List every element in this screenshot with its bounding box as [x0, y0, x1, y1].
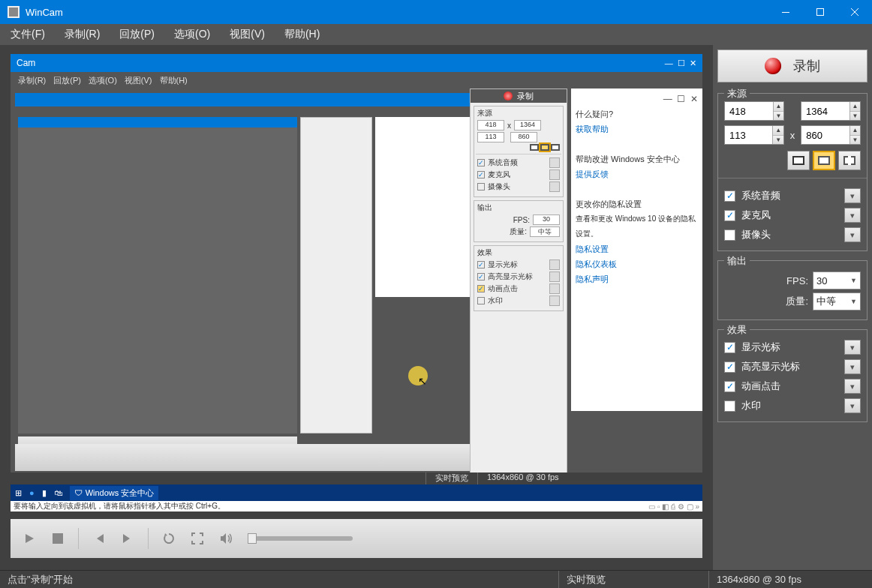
- minimize-button[interactable]: [768, 0, 803, 24]
- window-title: WinCam: [26, 7, 63, 18]
- fps-value: 30: [816, 275, 827, 286]
- preview-content[interactable]: Cam — ☐ ✕ 录制(R) 回放(P) 选项(O) 视图(V) 帮助(H): [11, 54, 702, 512]
- status-bar: 点击"录制"开始 实时预览 1364x860 @ 30 fps: [0, 570, 872, 588]
- pv-menu-view: 视图(V): [125, 75, 152, 86]
- height-up[interactable]: ▲: [773, 126, 783, 136]
- record-button[interactable]: 录制: [717, 50, 867, 82]
- watermark-settings[interactable]: ▾: [844, 398, 861, 413]
- pv-fps-v: 30: [533, 214, 560, 225]
- mode-region-button[interactable]: [838, 151, 861, 170]
- app-icon: [8, 6, 20, 18]
- dimension-x: x: [789, 130, 797, 141]
- outh-down[interactable]: ▼: [850, 136, 860, 145]
- preview-taskbar: ⊞●▮🛍 🛡Windows 安全中心: [11, 484, 702, 501]
- pv-c1: 显示光标: [488, 260, 518, 270]
- svg-rect-0: [782, 12, 789, 13]
- watermark-checkbox[interactable]: [724, 400, 735, 412]
- camera-checkbox[interactable]: [724, 230, 735, 241]
- outw-down[interactable]: ▼: [850, 112, 860, 121]
- skip-end-button[interactable]: [116, 527, 139, 550]
- mode-window-button[interactable]: [813, 151, 835, 170]
- system-audio-label: 系统音频: [741, 189, 780, 202]
- source-legend: 来源: [724, 87, 750, 100]
- title-bar: WinCam: [0, 0, 872, 24]
- pv-help-h2: 更改你的隐私设置: [576, 196, 698, 212]
- pv-help-l5: 隐私声明: [576, 272, 698, 286]
- source-width-input[interactable]: ▲▼: [724, 101, 784, 121]
- svg-rect-2: [53, 533, 63, 544]
- output-width-field[interactable]: [801, 102, 849, 120]
- volume-slider[interactable]: [248, 536, 353, 541]
- loop-button[interactable]: [158, 527, 180, 550]
- preview-side-panel: 录制 来源 418x1364 113 860 ✓系统音频 ✓麦克风 摄像头: [470, 88, 567, 484]
- system-audio-settings[interactable]: ▾: [844, 188, 861, 203]
- preview-help-area: — ☐ ✕ 什么疑问? 获取帮助 帮助改进 Windows 安全中心 提供反馈 …: [571, 88, 702, 411]
- output-legend: 输出: [724, 254, 750, 268]
- pv-rec-label: 录制: [517, 91, 534, 102]
- maximize-button[interactable]: [803, 0, 837, 24]
- menu-playback[interactable]: 回放(P): [115, 26, 159, 43]
- pv-status-right: 1364x860 @ 30 fps: [477, 472, 702, 484]
- output-height-input[interactable]: ▲▼: [801, 125, 861, 145]
- pv-menu-record: 录制(R): [18, 75, 46, 86]
- pv-sa: 系统音频: [488, 158, 518, 168]
- svg-rect-1: [817, 9, 824, 16]
- fullscreen-button[interactable]: [186, 527, 209, 550]
- fps-select[interactable]: 30▼: [813, 272, 861, 290]
- volume-button[interactable]: [215, 527, 237, 550]
- pv-help-q: 什么疑问?: [576, 106, 698, 122]
- width-down[interactable]: ▼: [774, 112, 783, 121]
- show-cursor-settings[interactable]: ▾: [844, 340, 861, 355]
- pv-help-l2: 提供反馈: [576, 166, 698, 182]
- status-resolution: 1364x860 @ 30 fps: [708, 571, 872, 588]
- pv-c4: 水印: [488, 296, 503, 306]
- outw-up[interactable]: ▲: [850, 102, 860, 112]
- play-button[interactable]: [18, 527, 41, 550]
- pv-tip: 要将输入定向到该虚拟机，请将鼠标指针移入其中或按 Ctrl+G。: [14, 501, 225, 512]
- pv-help-l1: 获取帮助: [576, 122, 698, 136]
- quality-value: 中等: [816, 295, 836, 308]
- record-button-label: 录制: [793, 57, 820, 75]
- show-cursor-checkbox[interactable]: ✓: [724, 342, 735, 353]
- settings-panel: 录制 来源 ▲▼ ▲▼ ▲▼ x: [713, 45, 872, 570]
- output-fieldset: 输出 FPS: 30▼ 质量: 中等▼: [717, 260, 867, 320]
- animate-click-checkbox[interactable]: ✓: [724, 381, 735, 392]
- outh-up[interactable]: ▲: [850, 126, 860, 136]
- pv-ql-v: 中等: [530, 226, 560, 237]
- window-icon: [818, 156, 830, 165]
- microphone-checkbox[interactable]: ✓: [724, 210, 735, 221]
- highlight-cursor-settings[interactable]: ▾: [844, 359, 861, 374]
- close-button[interactable]: [837, 0, 872, 24]
- camera-settings[interactable]: ▾: [844, 227, 861, 242]
- stop-button[interactable]: [47, 527, 69, 550]
- microphone-settings[interactable]: ▾: [844, 208, 861, 223]
- pv-menu-options: 选项(O): [89, 75, 117, 86]
- output-width-input[interactable]: ▲▼: [801, 101, 861, 121]
- source-fieldset: 来源 ▲▼ ▲▼ ▲▼ x ▲: [717, 93, 867, 251]
- animate-click-settings[interactable]: ▾: [844, 379, 861, 394]
- quality-select[interactable]: 中等▼: [813, 292, 861, 310]
- menu-record[interactable]: 录制(R): [60, 26, 104, 43]
- mode-fullscreen-button[interactable]: [787, 151, 810, 170]
- pv-out-legend: 输出: [477, 202, 560, 213]
- highlight-cursor-label: 高亮显示光标: [741, 360, 800, 374]
- status-hint: 点击"录制"开始: [0, 571, 558, 588]
- menu-view[interactable]: 视图(V): [225, 26, 269, 43]
- highlight-cursor-checkbox[interactable]: ✓: [724, 362, 735, 373]
- skip-start-button[interactable]: [88, 527, 110, 550]
- source-width-field[interactable]: [725, 102, 773, 120]
- menu-help[interactable]: 帮助(H): [280, 26, 324, 43]
- height-down[interactable]: ▼: [773, 136, 783, 145]
- menu-bar: 文件(F) 录制(R) 回放(P) 选项(O) 视图(V) 帮助(H): [0, 24, 872, 45]
- width-up[interactable]: ▲: [774, 102, 783, 112]
- chevron-down-icon: ▼: [850, 298, 857, 305]
- pv-ow: 1364: [514, 120, 541, 130]
- menu-options[interactable]: 选项(O): [170, 26, 215, 43]
- source-height-input[interactable]: ▲▼: [724, 125, 784, 145]
- pv-fps-l: FPS:: [513, 216, 530, 224]
- menu-file[interactable]: 文件(F): [6, 26, 50, 43]
- pv-help-l4: 隐私仪表板: [576, 256, 698, 272]
- system-audio-checkbox[interactable]: ✓: [724, 190, 735, 202]
- source-height-field[interactable]: [725, 126, 772, 144]
- output-height-field[interactable]: [801, 126, 849, 144]
